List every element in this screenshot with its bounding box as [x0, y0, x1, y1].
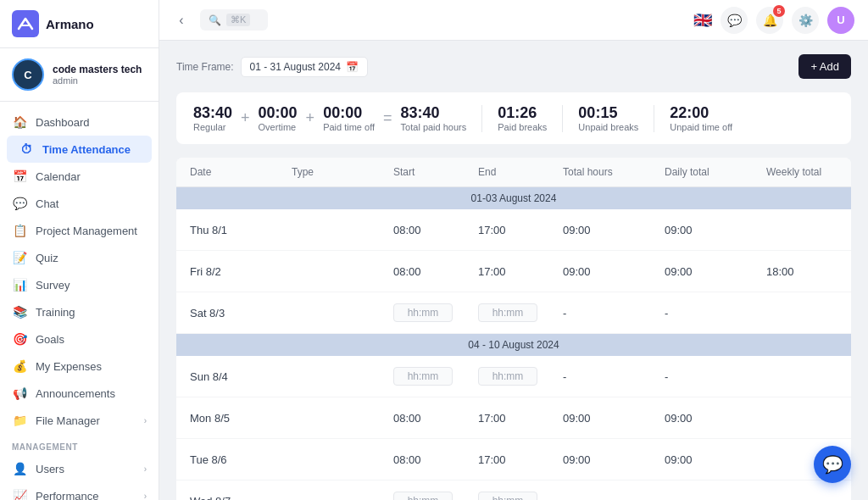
sidebar-toggle-button[interactable]: ‹ — [173, 12, 190, 29]
stat-divider-1 — [481, 105, 482, 132]
chat-bubble-button[interactable]: 💬 — [814, 446, 851, 483]
sidebar-item-calendar[interactable]: 📅 Calendar — [0, 163, 159, 190]
sidebar-item-dashboard[interactable]: 🏠 Dashboard — [0, 108, 159, 136]
end-input[interactable] — [478, 367, 537, 386]
stats-row: 83:40 Regular + 00:00 Overtime + 00:00 P… — [176, 92, 851, 144]
table-header: Date Type Start End Total hours Daily to… — [176, 158, 851, 187]
sidebar-item-label-training: Training — [36, 306, 75, 319]
start-input[interactable] — [393, 492, 453, 500]
total-paid-value: 83:40 — [401, 104, 467, 122]
user-avatar-button[interactable]: U — [827, 7, 854, 34]
sidebar-item-survey[interactable]: 📊 Survey — [0, 271, 159, 298]
timeframe-date: 01 - 31 August 2024 — [250, 61, 341, 73]
table-row: Tue 8/6 08:00 17:00 09:00 09:00 ✅ 💬 — [176, 439, 851, 481]
sidebar-item-project-management[interactable]: 📋 Project Management — [0, 217, 159, 244]
company-name: code masters tech — [53, 64, 142, 75]
chat-icon-button[interactable]: 💬 — [721, 7, 748, 34]
end-cell — [478, 492, 563, 500]
sidebar-item-label-dashboard: Dashboard — [36, 116, 90, 129]
dashboard-icon: 🏠 — [12, 115, 27, 129]
regular-value: 83:40 — [193, 104, 232, 122]
sidebar-item-label-survey: Survey — [36, 279, 70, 292]
end-cell: 17:00 — [478, 224, 563, 236]
date-cell: Wed 8/7 — [190, 495, 292, 501]
sidebar-item-announcements[interactable]: 📢 Announcements — [0, 380, 159, 407]
start-cell: 08:00 — [393, 265, 478, 278]
paid-breaks-value: 01:26 — [498, 104, 547, 122]
my-expenses-icon: 💰 — [12, 359, 27, 373]
start-cell — [393, 367, 478, 386]
sidebar-item-label-my-expenses: My Expenses — [36, 360, 102, 373]
sidebar-item-label-announcements: Announcements — [36, 387, 115, 400]
flag-uk-icon[interactable]: 🇬🇧 — [693, 11, 712, 30]
sidebar-item-time-attendance[interactable]: ⏱ Time Attendance — [7, 136, 152, 163]
start-cell: 08:00 — [393, 453, 478, 466]
end-value: 17:00 — [478, 265, 506, 278]
attendance-table: Date Type Start End Total hours Daily to… — [176, 158, 851, 500]
stat-unpaid-time-off: 22:00 Unpaid time off — [670, 104, 732, 132]
timeframe-value[interactable]: 01 - 31 August 2024 📅 — [241, 57, 368, 77]
end-input[interactable] — [478, 303, 537, 322]
end-value: 17:00 — [478, 412, 506, 425]
plus-sep-2: + — [303, 109, 319, 127]
app-name-label: Armano — [46, 17, 94, 31]
sidebar-navigation: 🏠 Dashboard ⏱ Time Attendance 📅 Calendar… — [0, 102, 159, 500]
start-value: 08:00 — [393, 453, 421, 466]
chat-bubble-icon: 💬 — [822, 454, 843, 475]
sidebar-item-label-chat: Chat — [36, 197, 58, 210]
total-hours-cell: 09:00 — [563, 224, 665, 236]
sidebar-item-label-time-attendance: Time Attendance — [42, 143, 131, 156]
sidebar-item-label-users: Users — [36, 463, 64, 475]
start-cell: 08:00 — [393, 224, 478, 236]
sidebar-item-label-performance: Performance — [36, 490, 98, 501]
company-info: code masters tech admin — [53, 64, 142, 86]
sidebar-item-performance[interactable]: 📈 Performance › — [0, 482, 159, 500]
sidebar-item-label-calendar: Calendar — [36, 170, 81, 183]
timeframe-label: Time Frame: — [176, 61, 234, 73]
end-cell: 17:00 — [478, 453, 563, 466]
col-total-hours: Total hours — [563, 166, 665, 178]
daily-total-cell: - — [665, 370, 766, 383]
total-paid-label: Total paid hours — [401, 122, 467, 132]
sidebar-item-label-file-manager: File Manager — [36, 414, 100, 427]
col-weekly-total: Weekly total — [766, 166, 851, 178]
table-row: Fri 8/2 08:00 17:00 09:00 09:00 18:00 📋 … — [176, 251, 851, 292]
sidebar-item-label-quiz: Quiz — [36, 252, 58, 264]
col-date: Date — [190, 166, 292, 178]
settings-button[interactable]: ⚙️ — [792, 7, 819, 34]
sidebar-item-users[interactable]: 👤 Users › — [0, 455, 159, 482]
stat-unpaid-breaks: 00:15 Unpaid breaks — [578, 104, 638, 132]
main-area: ‹ 🔍 ⌘K 🇬🇧 💬 🔔 5 ⚙️ U Time Frame: — [159, 0, 868, 500]
end-input[interactable] — [478, 492, 537, 500]
daily-total-cell: 09:00 — [665, 412, 766, 425]
start-value: 08:00 — [393, 412, 421, 425]
timeframe-bar: Time Frame: 01 - 31 August 2024 📅 + Add — [176, 54, 851, 79]
daily-total-cell: - — [665, 307, 766, 319]
sidebar-item-my-expenses[interactable]: 💰 My Expenses — [0, 353, 159, 380]
search-box[interactable]: 🔍 ⌘K — [200, 9, 268, 31]
sidebar-item-quiz[interactable]: 📝 Quiz — [0, 244, 159, 271]
sidebar-item-goals[interactable]: 🎯 Goals — [0, 325, 159, 353]
quiz-icon: 📝 — [12, 251, 27, 264]
company-role: admin — [53, 75, 142, 86]
start-input[interactable] — [393, 303, 453, 322]
sidebar-item-training[interactable]: 📚 Training — [0, 298, 159, 325]
date-cell: Fri 8/2 — [190, 265, 292, 278]
sidebar-item-file-manager[interactable]: 📁 File Manager › — [0, 407, 159, 434]
notifications-button[interactable]: 🔔 5 — [756, 7, 783, 34]
start-input[interactable] — [393, 367, 453, 386]
unpaid-time-off-label: Unpaid time off — [670, 122, 732, 132]
stat-overtime: 00:00 Overtime — [259, 104, 298, 132]
stat-paid-time-off: 00:00 Paid time off — [323, 104, 375, 132]
start-value: 08:00 — [393, 265, 421, 278]
daily-total-cell: 09:00 — [665, 224, 766, 236]
sidebar-item-label-project-management: Project Management — [36, 225, 137, 237]
add-button[interactable]: + Add — [798, 54, 851, 79]
end-value: 17:00 — [478, 224, 506, 236]
sidebar: Armano C code masters tech admin 🏠 Dashb… — [0, 0, 159, 500]
topbar-actions: 🇬🇧 💬 🔔 5 ⚙️ U — [693, 7, 854, 34]
chevron-right-icon: › — [144, 492, 147, 501]
sidebar-item-chat[interactable]: 💬 Chat — [0, 190, 159, 217]
goals-icon: 🎯 — [12, 332, 27, 346]
chevron-right-icon: › — [144, 464, 147, 474]
